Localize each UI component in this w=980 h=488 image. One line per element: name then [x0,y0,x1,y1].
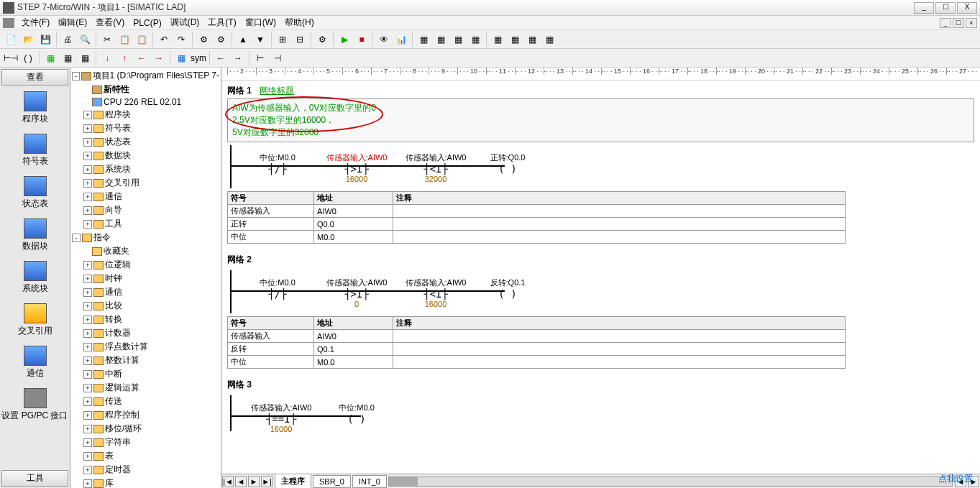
tree-inst-counter[interactable]: +计数器 [83,326,219,340]
tree-toggle-icon[interactable]: + [83,384,92,392]
tree-toggle-icon[interactable]: + [83,261,92,270]
tab-int0[interactable]: INT_0 [352,475,387,488]
net2-contact-1[interactable]: 中位:M0.0 ┤/├ [249,277,306,300]
sym-button[interactable]: sym [191,50,206,66]
tab-main[interactable]: 主程序 [275,474,311,488]
tree-toggle-icon[interactable]: + [83,452,92,461]
redo-button[interactable]: ↷ [173,32,189,47]
tb-button-2[interactable]: ▦ [433,32,449,47]
tree-inst-string[interactable]: +字符串 [83,436,219,449]
menu-window[interactable]: 窗口(W) [241,17,280,29]
tb-button-6[interactable]: ▦ [507,32,523,47]
tree-toggle-icon[interactable]: + [83,438,92,447]
tree-toggle-icon[interactable]: + [83,165,92,174]
tb-button-7[interactable]: ▦ [524,32,540,47]
tree-inst-timer[interactable]: +定时器 [83,463,219,477]
menu-edit[interactable]: 编辑(E) [54,17,91,29]
nav-left-button[interactable]: ← [213,50,229,66]
tree-toggle-icon[interactable]: + [83,124,92,133]
menu-plc[interactable]: PLC(P) [129,18,165,28]
new-button[interactable]: 📄 [3,32,19,47]
tab-sbr0[interactable]: SBR_0 [313,475,351,488]
table-row[interactable]: 反转Q0.1 [228,343,846,356]
table-row[interactable]: 中位M0.0 [228,356,846,369]
compile-all-button[interactable]: ⚙ [213,32,229,47]
editor-hscroll[interactable] [388,477,953,487]
close-button[interactable]: X [957,2,977,14]
tree-inst-fav[interactable]: 收藏夹 [83,244,219,258]
monitor-button[interactable]: 👁 [376,32,392,47]
net1-ladder[interactable]: 中位:M0.0 ┤/├ 传感器输入:AIW0 ┤>I├ 16000 传感器输入:… [227,145,974,188]
tree-toggle-icon[interactable]: + [83,275,92,283]
contact-button[interactable]: ⊢⊣ [3,50,19,66]
menu-view[interactable]: 查看(V) [91,17,129,29]
settings-link[interactable]: 点我设置 [938,473,973,485]
tree-toggle-icon[interactable]: + [83,466,92,474]
net1-contact-1[interactable]: 中位:M0.0 ┤/├ [249,152,306,175]
coil-button[interactable]: ( ) [20,50,36,66]
print-button[interactable]: 🖨 [60,32,75,47]
stop-button[interactable]: ■ [354,32,370,47]
nav-communication[interactable]: 通信 [0,341,70,384]
cut-button[interactable]: ✂ [99,32,115,47]
nav-right-button[interactable]: → [230,50,246,66]
tree-inst-float[interactable]: +浮点数计算 [83,340,219,354]
tb-button-8[interactable]: ▦ [541,32,557,47]
maximize-button[interactable]: ☐ [935,2,956,14]
tree-inst-shift[interactable]: +移位/循环 [83,422,219,436]
net3-coil[interactable]: 中位:M0.0 ( ) [328,402,385,425]
nav-symbol-table[interactable]: 符号表 [0,129,70,172]
net1-title-link[interactable]: 网络标题 [260,86,294,96]
tree-inst-compare[interactable]: +比较 [83,299,219,313]
tab-prev-button[interactable]: ◄ [235,476,247,487]
tree-toggle-icon[interactable]: + [83,111,92,119]
tree-toggle-icon[interactable]: + [83,206,92,215]
branch-open-button[interactable]: ⊢ [252,50,268,66]
tree-program-block[interactable]: +程序块 [83,108,219,121]
tree-inst-int[interactable]: +整数计算 [83,354,219,367]
tab-next-button[interactable]: ► [248,476,260,487]
tree-instructions[interactable]: -指令 [72,231,219,244]
toggle-button[interactable]: ▦ [173,50,189,66]
net1-header[interactable]: 网络 1 网络标题 [227,83,974,98]
upload-button[interactable]: ▲ [235,32,251,47]
tree-toggle-icon[interactable]: + [83,193,92,201]
project-tree[interactable]: -项目1 (D:\Program Files\STEP 7- 新特性 CPU 2… [70,68,221,488]
wire-right-button[interactable]: → [151,50,167,66]
undo-button[interactable]: ↶ [156,32,172,47]
save-button[interactable]: 💾 [37,32,53,47]
tree-inst-table[interactable]: +表 [83,449,219,463]
tree-toggle-icon[interactable]: + [83,397,92,406]
tree-toggle-icon[interactable]: + [83,479,92,488]
tree-toggle-icon[interactable]: + [83,138,92,147]
tree-toggle-icon[interactable]: + [83,220,92,229]
delete-network-button[interactable]: ⊟ [292,32,308,47]
compile-button[interactable]: ⚙ [196,32,211,47]
editor-body[interactable]: 网络 1 网络标题 AIW为传感器输入，0V对应数字里的0， 2.5V对应数字里… [221,80,980,474]
run-button[interactable]: ▶ [336,32,352,47]
nav-data-block[interactable]: 数据块 [0,214,70,257]
tree-toggle-icon[interactable]: + [83,370,92,379]
tb-button-4[interactable]: ▦ [467,32,483,47]
tree-toggle-icon[interactable]: + [83,329,92,338]
menu-debug[interactable]: 调试(D) [166,17,204,29]
table-row[interactable]: 中位M0.0 [228,231,846,244]
mdi-close-button[interactable]: × [966,18,977,28]
tree-communication[interactable]: +通信 [83,190,219,203]
copy-button[interactable]: 📋 [116,32,132,47]
net3-compare[interactable]: 传感器输入:AIW0 ┤==I├ 16000 [242,402,321,433]
tree-toggle-icon[interactable]: + [83,152,92,160]
net1-compare-2[interactable]: 传感器输入:AIW0 ┤<I├ 32000 [400,152,472,183]
tree-toggle-icon[interactable]: + [83,356,92,365]
tree-toggle-icon[interactable]: - [72,72,80,80]
view-lad-button[interactable]: ▦ [42,50,58,66]
tree-inst-logic[interactable]: +逻辑运算 [83,381,219,395]
net1-compare-1[interactable]: 传感器输入:AIW0 ┤>I├ 16000 [321,152,393,183]
tree-status-table[interactable]: +状态表 [83,135,219,149]
mdi-restore-button[interactable]: ☐ [953,18,964,28]
tree-inst-clock[interactable]: +时钟 [83,272,219,285]
paste-button[interactable]: 📋 [134,32,150,47]
table-row[interactable]: 传感器输入AIW0 [228,330,846,343]
menu-file[interactable]: 文件(F) [17,17,54,29]
tree-toggle-icon[interactable]: + [83,179,92,188]
